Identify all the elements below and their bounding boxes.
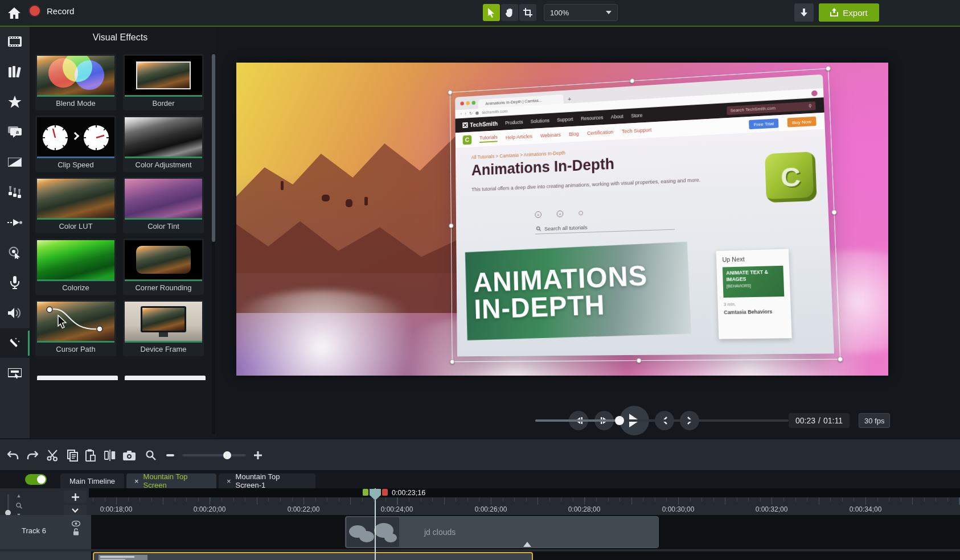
canvas-zoom-dropdown[interactable]: 100% bbox=[544, 4, 618, 21]
partial-effect-card[interactable] bbox=[37, 376, 118, 380]
ruler-label: 0:00:30;00 bbox=[662, 505, 695, 513]
record-button[interactable]: Record bbox=[28, 5, 74, 17]
resize-handle-ne[interactable] bbox=[826, 65, 831, 71]
tab-main-timeline[interactable]: Main Timeline bbox=[60, 473, 124, 488]
effect-colorize[interactable]: Colorize bbox=[35, 238, 116, 295]
effect-blend-mode[interactable]: Blend Mode bbox=[35, 54, 116, 110]
copy-icon bbox=[67, 450, 78, 462]
undo-button[interactable] bbox=[5, 447, 22, 464]
video-frame[interactable]: Animations In-Depth | Camtas... + ‹ › ↻ … bbox=[236, 63, 888, 376]
sidebar-item-animations[interactable] bbox=[0, 208, 30, 237]
sidebar-item-behaviors[interactable] bbox=[0, 178, 30, 207]
sidebar-item-visual-effects[interactable] bbox=[0, 328, 30, 358]
sidebar-item-transitions[interactable] bbox=[0, 147, 30, 177]
speaker-icon bbox=[8, 307, 22, 319]
time-display: 00:23 / 01:11 bbox=[789, 413, 850, 428]
effect-clip-speed[interactable]: Clip Speed bbox=[35, 116, 116, 172]
playhead-in-handle[interactable] bbox=[363, 489, 368, 496]
track-5-header[interactable] bbox=[0, 551, 91, 560]
panel-title: Visual Effects bbox=[30, 32, 211, 43]
crop-icon bbox=[523, 8, 532, 17]
sidebar-item-library[interactable] bbox=[0, 57, 30, 87]
resize-handle-s[interactable] bbox=[636, 358, 641, 363]
preview-canvas[interactable]: Animations In-Depth | Camtas... + ‹ › ↻ … bbox=[216, 27, 960, 438]
resize-handle-se[interactable] bbox=[838, 356, 843, 362]
zoom-out-button[interactable] bbox=[162, 447, 179, 464]
effect-corner-rounding[interactable]: Corner Rounding bbox=[123, 238, 204, 295]
reload-icon: ↻ bbox=[469, 111, 473, 116]
sidebar-item-annotations[interactable]: a bbox=[0, 117, 30, 147]
colorize-thumbnail bbox=[37, 240, 114, 281]
timeline-zoom-button[interactable] bbox=[142, 447, 159, 464]
timeline-zoom-slider[interactable] bbox=[182, 454, 246, 456]
back-icon: ‹ bbox=[461, 112, 462, 117]
effect-border[interactable]: Border bbox=[123, 54, 204, 110]
tab-mountain-top-screen[interactable]: × Mountain Top Screen bbox=[126, 473, 216, 488]
transitions-icon bbox=[8, 158, 22, 167]
hand-icon bbox=[505, 8, 514, 18]
new-tab-icon: + bbox=[568, 96, 571, 102]
screenshot-button[interactable] bbox=[121, 447, 138, 464]
panel-scrollbar-thumb[interactable] bbox=[212, 54, 215, 242]
crop-tool-button[interactable] bbox=[519, 4, 536, 21]
resize-handle-nw[interactable] bbox=[448, 90, 452, 95]
close-icon[interactable]: × bbox=[227, 477, 231, 485]
export-button[interactable]: Export bbox=[819, 3, 879, 22]
cut-button[interactable] bbox=[44, 447, 61, 464]
effect-color-adjustment[interactable]: Color Adjustment bbox=[123, 116, 204, 172]
sidebar-item-favorites[interactable] bbox=[0, 87, 30, 117]
traffic-light-max bbox=[472, 101, 475, 105]
corner-rounding-thumbnail bbox=[125, 240, 202, 281]
cursor-icon bbox=[487, 8, 496, 18]
redo-button[interactable] bbox=[24, 447, 41, 464]
sidebar-item-audio-effects[interactable] bbox=[0, 298, 30, 328]
timeline-toggle[interactable] bbox=[25, 474, 47, 485]
download-button[interactable] bbox=[794, 3, 814, 22]
redo-icon bbox=[27, 451, 38, 460]
record-icon bbox=[28, 5, 41, 17]
paste-button[interactable] bbox=[82, 447, 99, 464]
timeline-zoom-handle[interactable] bbox=[223, 451, 231, 459]
close-icon[interactable]: × bbox=[134, 477, 139, 485]
collapse-tracks-button[interactable] bbox=[64, 505, 87, 516]
playhead-out-handle[interactable] bbox=[382, 489, 388, 496]
sidebar-item-media[interactable] bbox=[0, 27, 30, 56]
ruler-strip[interactable] bbox=[89, 488, 960, 497]
clip-jd-clouds[interactable]: jd clouds bbox=[345, 516, 659, 548]
effect-cursor-path[interactable]: Cursor Path bbox=[35, 300, 116, 356]
resize-handle-n[interactable] bbox=[630, 78, 635, 83]
track-name: Track 6 bbox=[22, 526, 46, 535]
track-6-header[interactable]: Track 6 bbox=[0, 515, 91, 549]
split-button[interactable] bbox=[101, 447, 118, 464]
eye-icon[interactable] bbox=[72, 521, 80, 526]
effect-color-tint[interactable]: Color Tint bbox=[123, 177, 204, 233]
track-5-lane[interactable] bbox=[91, 551, 960, 560]
sidebar-item-cursor-effects[interactable] bbox=[0, 238, 30, 267]
home-icon[interactable] bbox=[6, 5, 23, 21]
forward-icon: › bbox=[465, 111, 466, 116]
interactivity-icon bbox=[8, 368, 22, 379]
selected-screen-clip[interactable]: Animations In-Depth | Camtas... + ‹ › ↻ … bbox=[455, 75, 834, 357]
sidebar-item-interactivity[interactable] bbox=[0, 359, 30, 388]
resize-handle-sw[interactable] bbox=[450, 359, 454, 364]
tab-mountain-top-screen-1[interactable]: × Mountain Top Screen-1 bbox=[219, 473, 315, 488]
track-zoom-control[interactable]: ▲ ▼ bbox=[15, 493, 23, 518]
clip-marker-icon[interactable] bbox=[523, 542, 531, 547]
zoom-in-button[interactable] bbox=[249, 447, 266, 464]
track-6-lane[interactable]: jd clouds bbox=[91, 515, 960, 549]
add-track-button[interactable] bbox=[64, 491, 87, 503]
pan-tool-button[interactable] bbox=[501, 4, 518, 21]
resize-handle-e[interactable] bbox=[831, 209, 837, 215]
sidebar-item-voice-narration[interactable] bbox=[0, 268, 30, 298]
scrubber-handle[interactable] bbox=[615, 416, 624, 425]
partial-effect-card[interactable] bbox=[125, 376, 206, 380]
color-adjustment-thumbnail bbox=[125, 117, 202, 158]
scrubber-track[interactable] bbox=[535, 419, 789, 422]
border-thumbnail bbox=[125, 56, 202, 97]
effect-color-lut[interactable]: Color LUT bbox=[35, 177, 116, 233]
selected-clip-partial[interactable] bbox=[93, 552, 533, 560]
copy-button[interactable] bbox=[64, 447, 81, 464]
select-tool-button[interactable] bbox=[483, 4, 500, 21]
lock-icon[interactable] bbox=[73, 528, 79, 536]
effect-device-frame[interactable]: Device Frame bbox=[123, 300, 204, 356]
